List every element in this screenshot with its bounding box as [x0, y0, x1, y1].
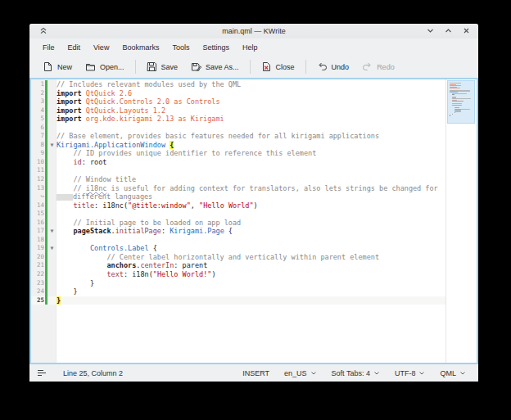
code-text: // Center label horizontally and vertica…: [57, 253, 446, 262]
minimap-line: [450, 115, 473, 115]
wrap-indent-marker: [57, 194, 73, 201]
fold-column: [47, 261, 57, 270]
input-mode[interactable]: INSERT: [238, 367, 274, 380]
code-text: import org.kde.kirigami 2.13 as Kirigami: [57, 115, 446, 124]
fold-marker-icon[interactable]: ▼: [47, 244, 57, 253]
code-text: // Window title: [57, 175, 446, 184]
fold-marker-icon[interactable]: ▼: [47, 227, 57, 236]
fold-column: [47, 80, 57, 89]
minimap-scrollbar[interactable]: [445, 79, 477, 363]
open-folder-icon: [85, 61, 96, 72]
menu-file[interactable]: File: [36, 41, 61, 54]
fold-column: [47, 132, 57, 141]
menu-bookmarks[interactable]: Bookmarks: [115, 41, 165, 54]
toolbar-separator: [305, 60, 306, 74]
chevron-down-icon: [459, 371, 466, 376]
code-line-21: 21 anchors.centerIn: parent: [31, 261, 446, 270]
tab-mode-selector[interactable]: Soft Tabs: 4: [328, 367, 384, 380]
code-line-11: 11: [31, 166, 446, 175]
code-area[interactable]: 1// Includes relevant modules used by th…: [31, 79, 446, 363]
line-number: 19: [31, 244, 45, 253]
fold-column: [47, 253, 57, 262]
dictionary-selector[interactable]: en_US: [280, 367, 321, 380]
new-document-icon: [43, 61, 53, 72]
undo-button[interactable]: Undo: [310, 58, 356, 75]
line-number: 7: [31, 132, 45, 141]
new-button[interactable]: New: [36, 58, 79, 75]
line-number: 20: [31, 253, 45, 262]
toolbar: NewOpen...SaveSave As...CloseUndoRedo: [29, 56, 478, 78]
line-number: 22: [31, 270, 45, 279]
toolbar-button-label: Save: [161, 63, 179, 71]
redo-icon: [362, 61, 373, 72]
code-text: title: i18nc("@title:window", "Hello Wor…: [57, 201, 446, 210]
code-line-25: 25}: [31, 296, 446, 305]
line-number: 16: [31, 219, 45, 228]
cursor-position[interactable]: Line 25, Column 2: [63, 369, 123, 377]
fold-column: [47, 279, 57, 288]
fold-marker-icon[interactable]: ▼: [47, 141, 57, 150]
code-line-23: 23 }: [31, 279, 446, 288]
code-text: id: root: [57, 158, 446, 167]
line-number: 1: [31, 80, 45, 89]
syntax-mode-selector[interactable]: QML: [436, 367, 470, 380]
line-number: 13: [31, 184, 45, 193]
fold-column: [47, 219, 57, 228]
save-as-button[interactable]: Save As...: [184, 58, 246, 75]
code-line-2: 2import QtQuick 2.6: [31, 89, 446, 98]
fold-column: [47, 166, 57, 175]
minimap-visible-range[interactable]: [447, 80, 475, 124]
menubar: FileEditViewBookmarksToolsSettingsHelp: [29, 38, 478, 56]
code-text: Kirigami.ApplicationWindow {: [57, 141, 446, 150]
close-button[interactable]: Close: [255, 58, 301, 75]
text-editor-view[interactable]: 1// Includes relevant modules used by th…: [29, 78, 478, 364]
code-line-5: 5import org.kde.kirigami 2.13 as Kirigam…: [31, 115, 446, 124]
line-number: 21: [31, 261, 45, 270]
toolbar-separator: [250, 60, 251, 74]
code-text: import QtQuick.Layouts 1.2: [57, 106, 446, 115]
toolbar-button-label: Undo: [332, 63, 350, 71]
line-number: 23: [31, 279, 45, 288]
fold-column: [47, 210, 57, 219]
menu-help[interactable]: Help: [236, 41, 265, 54]
toolbar-separator: [135, 60, 136, 74]
code-line-24: 24 }: [31, 287, 446, 296]
code-text: // Initial page to be loaded on app load: [57, 219, 446, 228]
line-number: 5: [31, 115, 45, 124]
code-line-19: 19▼ Controls.Label {: [31, 244, 446, 253]
code-text: import QtQuick.Controls 2.0 as Controls: [57, 97, 446, 106]
menu-tools[interactable]: Tools: [165, 41, 196, 54]
code-line-9: 9 // ID provides unique identifier to re…: [31, 149, 446, 158]
statusbar-menu-icon[interactable]: [38, 369, 47, 377]
code-line-4: 4import QtQuick.Layouts 1.2: [31, 106, 446, 115]
save-button[interactable]: Save: [140, 58, 185, 75]
menu-edit[interactable]: Edit: [61, 41, 88, 54]
titlebar[interactable]: main.qml — KWrite: [29, 24, 478, 38]
code-text: Controls.Label {: [57, 244, 446, 253]
code-text: text: i18n("Hello World!"): [57, 270, 446, 279]
code-text: // ID provides unique identifier to refe…: [57, 149, 446, 158]
code-text: }: [57, 296, 446, 305]
encoding-selector[interactable]: UTF-8: [391, 367, 430, 380]
code-line-17: 17▼ pageStack.initialPage: Kirigami.Page…: [31, 227, 446, 236]
menu-settings[interactable]: Settings: [196, 41, 236, 54]
minimize-button[interactable]: [425, 25, 436, 36]
keep-above-icon[interactable]: [39, 26, 47, 35]
line-number: 2: [31, 89, 45, 98]
code-text: import QtQuick 2.6: [57, 89, 446, 98]
menu-view[interactable]: View: [87, 41, 115, 54]
open-button[interactable]: Open...: [79, 58, 131, 75]
save-icon: [147, 61, 157, 72]
fold-column: [47, 149, 57, 158]
close-button[interactable]: [461, 25, 472, 36]
toolbar-button-label: Redo: [377, 63, 395, 71]
line-number: 3: [31, 97, 45, 106]
statusbar: Line 25, Column 2 INSERT en_US Soft Tabs…: [29, 364, 478, 382]
code-line-15: 15: [31, 210, 446, 219]
line-number: 14: [31, 201, 45, 210]
code-text: }: [57, 287, 446, 296]
code-text: different languages: [57, 192, 446, 201]
toolbar-button-label: Open...: [100, 63, 124, 71]
maximize-button[interactable]: [443, 25, 454, 36]
toolbar-button-label: New: [57, 63, 72, 71]
